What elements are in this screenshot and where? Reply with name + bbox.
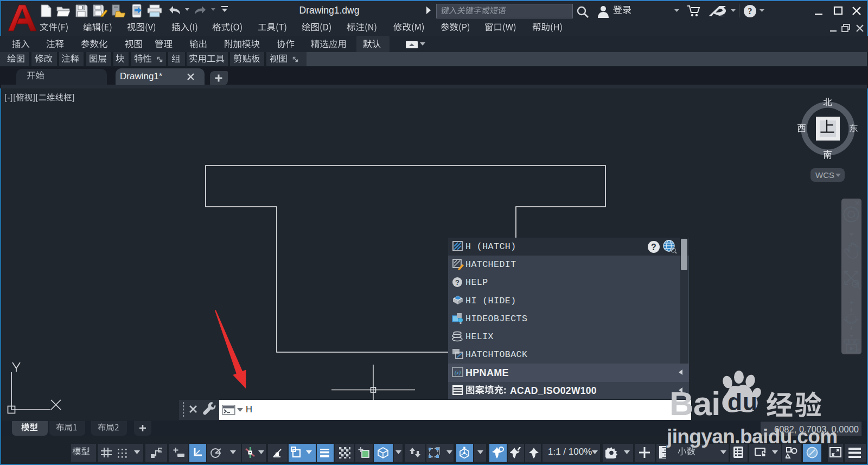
- svg-text:?: ?: [748, 7, 752, 16]
- svg-text:?: ?: [455, 278, 459, 286]
- svg-text:(x): (x): [455, 370, 461, 376]
- svg-text:?: ?: [651, 243, 656, 252]
